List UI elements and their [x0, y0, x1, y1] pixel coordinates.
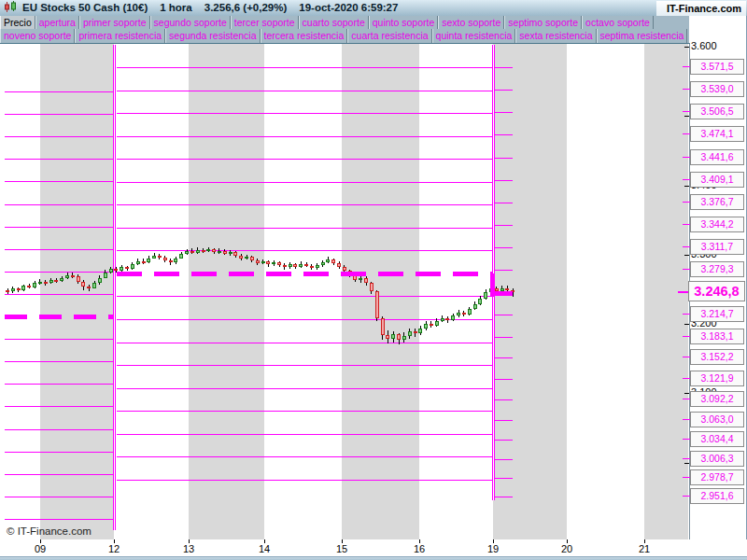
candle-up: [92, 283, 96, 287]
candle-down: [430, 324, 433, 326]
candle-down: [17, 288, 21, 290]
candle-up: [457, 313, 460, 316]
level-line: [493, 478, 513, 479]
level-price-label: 3.063,0: [690, 412, 744, 427]
tab-cuarto-soporte[interactable]: cuarto soporte: [299, 16, 369, 29]
candle-down: [142, 261, 146, 263]
level-tick: [683, 246, 690, 247]
level-price-label: 3.409,1: [690, 172, 744, 188]
tab-apertura[interactable]: apertura: [35, 16, 79, 29]
level-price-label: 3.441,6: [690, 149, 744, 165]
level-line: [117, 456, 492, 457]
tab-primera-resistencia[interactable]: primera resistencia: [75, 29, 165, 43]
level-line: [5, 227, 114, 228]
level-tick: [683, 111, 690, 112]
candle-down: [54, 280, 58, 282]
tab-tercer-soporte[interactable]: tercer soporte: [231, 16, 299, 29]
tab-segundo-soporte[interactable]: segundo soporte: [150, 16, 231, 29]
level-line: [117, 204, 492, 205]
level-line: [493, 315, 513, 315]
tab-quinta-resistencia[interactable]: quinta resistencia: [432, 29, 516, 43]
candle-down: [169, 260, 173, 262]
level-tick: [683, 269, 690, 270]
level-price-label: 3.121,9: [690, 371, 744, 386]
level-tick: [683, 458, 690, 459]
tab-cuarta-resistencia[interactable]: cuarta resistencia: [347, 29, 431, 43]
level-price-label: 2.978,7: [690, 469, 744, 485]
level-line: [117, 296, 492, 297]
price-axis-tick: [684, 47, 689, 48]
candle-down: [397, 334, 401, 340]
candle-up: [147, 259, 150, 262]
level-line: [493, 158, 513, 159]
candle-down: [71, 275, 75, 277]
tab-noveno-soporte[interactable]: noveno soporte: [0, 29, 75, 43]
level-line: [117, 136, 492, 137]
level-tick: [683, 336, 690, 337]
level-line: [5, 339, 114, 340]
level-tick: [683, 224, 690, 225]
price-axis-label: 3.600: [691, 40, 717, 51]
level-line: [117, 388, 492, 389]
level-tick: [683, 66, 690, 67]
tab-sexta-resistencia[interactable]: sexta resistencia: [515, 29, 596, 43]
level-line: [493, 420, 513, 421]
level-line: [493, 357, 513, 358]
candle-up: [272, 262, 275, 264]
candle-up: [299, 264, 303, 267]
candle-up: [109, 269, 113, 273]
level-line: [117, 480, 492, 481]
candle-up: [218, 251, 221, 253]
candle-down: [266, 261, 270, 264]
title-bar: EU Stocks 50 Cash (10€)1 hora3.256,6 (+0…: [0, 0, 747, 16]
candle-up: [152, 256, 156, 259]
level-price-label: 3.376,7: [690, 194, 744, 210]
time-label: 20: [561, 543, 572, 554]
candle-down: [386, 335, 389, 339]
level-tick: [683, 133, 690, 134]
level-line: [117, 182, 492, 183]
candle-down: [414, 331, 417, 333]
candle-down: [310, 266, 314, 268]
brand-link[interactable]: IT-Finance.com: [656, 1, 746, 16]
candle-down: [364, 278, 368, 284]
level-tick: [683, 179, 690, 180]
tab-quinto-soporte[interactable]: quinto soporte: [369, 16, 439, 29]
candle-up: [65, 275, 69, 279]
candle-up: [185, 251, 189, 254]
level-price-label: 3.506,5: [690, 104, 744, 119]
level-tick: [683, 89, 690, 90]
tab-septimo-soporte[interactable]: septimo soporte: [504, 16, 582, 29]
candle-down: [77, 276, 80, 282]
tab-septima-resistencia[interactable]: septima resistencia: [597, 29, 688, 43]
price-axis: 3.6003.5003.4003.3003.2003.1003.0003.571…: [682, 43, 747, 539]
candle-up: [435, 321, 439, 326]
tab-segunda-resistencia[interactable]: segunda resistencia: [165, 29, 260, 43]
level-line: [493, 270, 513, 271]
tab-tercera-resistencia[interactable]: tercera resistencia: [261, 29, 348, 43]
time-label: 13: [183, 543, 194, 554]
candle-down: [337, 263, 341, 267]
level-price-label: 3.152,2: [690, 349, 744, 365]
candle-down: [6, 290, 9, 292]
level-line: [5, 114, 114, 115]
time-axis: 091213141516192021: [0, 539, 747, 556]
level-tick: [683, 157, 690, 158]
candle-down: [190, 251, 194, 253]
time-label: 19: [487, 543, 499, 554]
candle-down: [163, 258, 167, 260]
candle-up: [104, 273, 107, 278]
tab-precio[interactable]: Precio: [0, 16, 35, 29]
level-tick: [683, 314, 690, 315]
day-band: [189, 44, 264, 540]
tab-sexto-soporte[interactable]: sexto soporte: [438, 16, 504, 29]
trading-chart-window: EU Stocks 50 Cash (10€)1 hora3.256,6 (+0…: [0, 0, 747, 560]
toolbar-row-1: Precioaperturaprimer soportesegundo sopo…: [0, 16, 689, 29]
candle-up: [179, 254, 183, 258]
candle-down: [27, 286, 31, 287]
price-axis-tick: [684, 463, 689, 464]
level-line: [493, 112, 513, 113]
candle-up: [60, 278, 63, 281]
tab-primer-soporte[interactable]: primer soporte: [79, 16, 150, 29]
tab-octavo-soporte[interactable]: octavo soporte: [582, 16, 654, 29]
